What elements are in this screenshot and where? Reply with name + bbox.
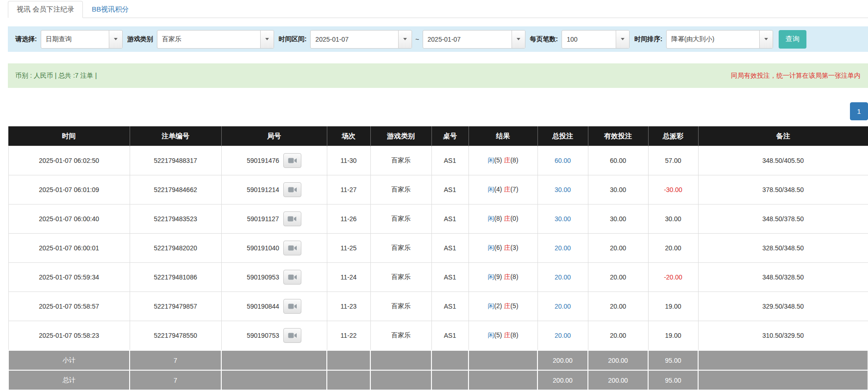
per-page-select[interactable]: 100	[562, 30, 630, 49]
cell-note: 328.50/348.50	[698, 234, 868, 263]
cell-result: 闲(5) 庄(8)	[468, 321, 537, 351]
empty-cell	[370, 350, 431, 370]
round-number: 590190953	[247, 273, 279, 281]
range-separator: ~	[415, 36, 419, 43]
video-replay-icon[interactable]	[283, 299, 301, 314]
date-to-select[interactable]: 2025-01-07	[423, 30, 525, 49]
result-player: 闲	[487, 273, 494, 280]
column-header: 注单编号	[130, 126, 221, 146]
cell-time: 2025-01-07 06:02:50	[8, 146, 130, 175]
game-type-select[interactable]: 百家乐	[157, 30, 274, 49]
chevron-down-icon[interactable]	[759, 31, 773, 48]
empty-cell	[431, 370, 468, 390]
per-page-label: 每页笔数:	[530, 35, 558, 43]
result-banker: 庄	[504, 273, 510, 280]
subtotal-total-bet: 200.00	[537, 350, 588, 370]
cell-payout: -30.00	[648, 175, 698, 205]
table-row: 2025-01-07 06:01:09522179484662590191214…	[8, 175, 868, 205]
cell-time: 2025-01-07 05:58:57	[8, 292, 130, 321]
total-valid-bet: 200.00	[588, 370, 648, 390]
cell-table-no: AS1	[431, 263, 468, 292]
tab-betting-records[interactable]: 视讯 会员下注纪录	[8, 1, 83, 18]
result-player: 闲	[487, 186, 494, 193]
result-banker: 庄	[504, 215, 510, 222]
date-to-value: 2025-01-07	[423, 31, 512, 48]
round-number: 590190753	[247, 332, 279, 339]
subtotal-row: 小计 7 200.00 200.00 95.00	[8, 350, 868, 370]
total-bet-link[interactable]: 20.00	[555, 303, 571, 310]
round-number: 590191214	[247, 186, 279, 193]
cell-session: 11-26	[327, 205, 370, 234]
cell-session: 11-30	[327, 146, 370, 175]
tab-bb-video-points[interactable]: BB视讯积分	[83, 1, 137, 18]
total-bet-link[interactable]: 30.00	[555, 186, 571, 193]
game-type-label: 游戏类别	[127, 35, 153, 43]
cell-session: 11-23	[327, 292, 370, 321]
cell-note: 378.50/348.50	[698, 175, 868, 205]
cell-payout: 19.00	[648, 321, 698, 351]
result-banker: 庄	[504, 302, 510, 310]
round-number: 590191040	[247, 244, 279, 252]
page: 视讯 会员下注纪录 BB视讯积分 请选择: 日期查询 游戏类别 百家乐 时间区间…	[0, 0, 868, 391]
video-replay-icon[interactable]	[283, 328, 301, 343]
per-page-value: 100	[562, 31, 616, 48]
cell-game-type: 百家乐	[370, 321, 431, 351]
total-label: 总计	[8, 370, 130, 390]
video-replay-icon[interactable]	[283, 270, 301, 285]
total-bet-link[interactable]: 20.00	[555, 273, 571, 281]
result-banker: 庄	[504, 331, 510, 339]
cell-total-bet: 20.00	[537, 234, 588, 263]
note-warning-text: 同局有效投注，统一计算在该局第一张注单内	[731, 72, 861, 80]
cell-total-bet: 60.00	[537, 146, 588, 175]
cell-table-no: AS1	[431, 205, 468, 234]
cell-bet-id: 522179481086	[130, 263, 221, 292]
cell-table-no: AS1	[431, 321, 468, 351]
chevron-down-icon[interactable]	[260, 31, 274, 48]
chevron-down-icon[interactable]	[616, 31, 629, 48]
video-replay-icon[interactable]	[283, 153, 301, 168]
video-replay-icon[interactable]	[283, 211, 301, 226]
sort-select[interactable]: 降幂(由大到小)	[666, 30, 773, 49]
chevron-down-icon[interactable]	[512, 31, 525, 48]
cell-valid-bet: 60.00	[588, 146, 648, 175]
video-replay-icon[interactable]	[283, 182, 301, 197]
cell-note: 329.50/348.50	[698, 292, 868, 321]
chevron-down-icon[interactable]	[398, 31, 412, 48]
subtotal-payout: 95.00	[648, 350, 698, 370]
search-button[interactable]: 查询	[779, 30, 806, 49]
page-1-button[interactable]: 1	[850, 102, 868, 120]
date-from-select[interactable]: 2025-01-07	[310, 30, 412, 49]
column-header: 结果	[468, 126, 537, 146]
cell-session: 11-24	[327, 263, 370, 292]
empty-cell	[370, 370, 431, 390]
cell-payout: 19.00	[648, 292, 698, 321]
total-row: 总计 7 200.00 200.00 95.00	[8, 370, 868, 390]
pagination-top: 1	[8, 102, 868, 120]
query-type-select[interactable]: 日期查询	[41, 30, 123, 49]
cell-round: 590191476	[221, 146, 327, 175]
cell-note: 348.50/328.50	[698, 263, 868, 292]
total-bet-link[interactable]: 20.00	[555, 244, 571, 252]
table-row: 2025-01-07 06:00:01522179482020590191040…	[8, 234, 868, 263]
total-bet-link[interactable]: 60.00	[555, 157, 571, 164]
cell-game-type: 百家乐	[370, 146, 431, 175]
query-type-value: 日期查询	[41, 31, 109, 48]
column-header: 总派彩	[648, 126, 698, 146]
cell-game-type: 百家乐	[370, 205, 431, 234]
cell-result: 闲(5) 庄(8)	[468, 146, 537, 175]
cell-note: 348.50/378.50	[698, 205, 868, 234]
total-bet-link[interactable]: 30.00	[555, 215, 571, 223]
cell-valid-bet: 20.00	[588, 292, 648, 321]
total-bet-link[interactable]: 20.00	[555, 332, 571, 339]
cell-bet-id: 522179478550	[130, 321, 221, 351]
video-replay-icon[interactable]	[283, 241, 301, 255]
total-total-bet: 200.00	[537, 370, 588, 390]
cell-result: 闲(2) 庄(5)	[468, 292, 537, 321]
result-player: 闲	[487, 156, 494, 164]
game-type-value: 百家乐	[157, 31, 260, 48]
chevron-down-icon[interactable]	[109, 31, 122, 48]
column-header: 有效投注	[588, 126, 648, 146]
round-number: 590191127	[247, 215, 279, 223]
cell-round: 590191040	[221, 234, 327, 263]
column-header: 局号	[221, 126, 327, 146]
